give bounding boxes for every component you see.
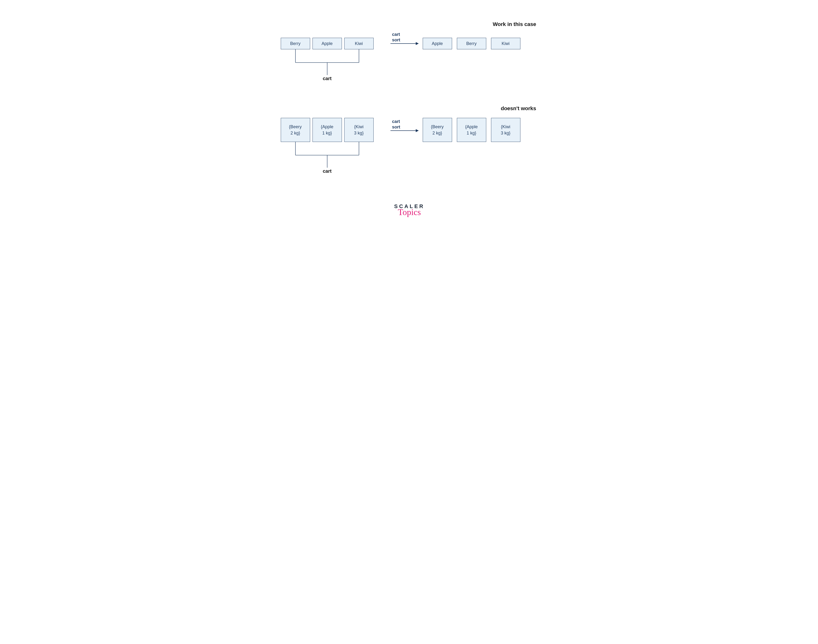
- scaler-topics-logo: SCALER Topics: [389, 203, 430, 217]
- row1-bracket-icon: [295, 49, 359, 75]
- row2-bracket-icon: [295, 142, 359, 168]
- diagram-stage: Work in this case doesn't works Berry Ap…: [261, 0, 557, 232]
- connectors-svg: [261, 0, 557, 232]
